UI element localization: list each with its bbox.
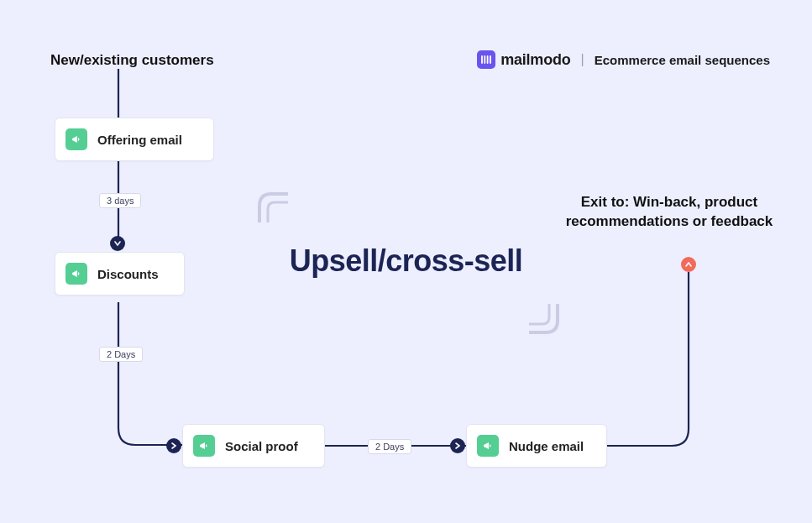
brand-logo: mailmodo xyxy=(477,50,570,69)
arrow-right-icon xyxy=(166,438,181,453)
header: mailmodo | Ecommerce email sequences xyxy=(477,50,770,69)
arrow-up-icon xyxy=(681,257,696,272)
delay-badge-1: 3 days xyxy=(99,193,141,208)
header-divider: | xyxy=(581,52,584,67)
arrow-right-icon xyxy=(450,438,465,453)
delay-badge-2: 2 Days xyxy=(99,347,143,362)
megaphone-icon xyxy=(477,435,499,457)
megaphone-icon xyxy=(65,128,87,150)
exit-label: Exit to: Win-back, product recommendatio… xyxy=(560,193,778,232)
delay-badge-3: 2 Days xyxy=(368,439,411,454)
node-social-proof: Social proof xyxy=(182,424,325,468)
node-label: Nudge email xyxy=(509,439,584,453)
start-label: New/existing customers xyxy=(50,52,214,69)
node-discounts: Discounts xyxy=(55,252,185,295)
node-offering-email: Offering email xyxy=(55,118,214,161)
mailmodo-logo-icon xyxy=(477,50,495,69)
header-subtitle: Ecommerce email sequences xyxy=(595,53,770,67)
node-label: Social proof xyxy=(225,439,298,453)
brand-name: mailmodo xyxy=(500,51,570,69)
node-label: Offering email xyxy=(97,133,182,147)
diagram-title: Upsell/cross-sell xyxy=(290,243,523,279)
megaphone-icon xyxy=(193,435,215,457)
node-nudge-email: Nudge email xyxy=(466,424,607,468)
node-label: Discounts xyxy=(97,267,159,281)
megaphone-icon xyxy=(65,263,87,285)
arrow-down-icon xyxy=(110,236,125,251)
